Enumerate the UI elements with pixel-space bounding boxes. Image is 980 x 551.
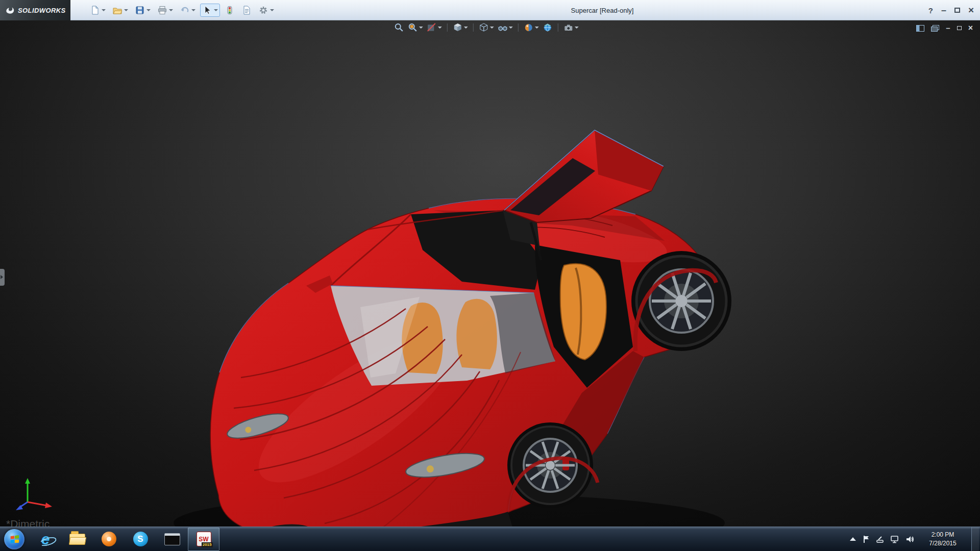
scene-globe-icon xyxy=(543,22,553,33)
chevron-down-icon xyxy=(490,27,494,29)
tile-window-icon[interactable] xyxy=(916,25,924,32)
chevron-down-icon xyxy=(102,9,106,11)
save-icon xyxy=(135,5,145,15)
view-orientation-label: *Dimetric xyxy=(6,518,50,527)
taskbar-item-internet-explorer[interactable]: e xyxy=(30,528,61,551)
input-pen-icon[interactable] xyxy=(876,535,884,543)
zoom-to-area-button[interactable] xyxy=(408,22,423,33)
solidworks-version-badge: 2015 xyxy=(202,542,213,547)
panel-collapse-arrow[interactable] xyxy=(0,269,5,286)
appearance-ball-icon xyxy=(524,22,534,33)
undo-icon xyxy=(180,5,190,15)
tray-expand-icon[interactable] xyxy=(849,537,856,542)
cascade-window-icon[interactable] xyxy=(931,25,939,32)
help-button[interactable]: ? xyxy=(928,6,933,15)
edit-appearance-button[interactable] xyxy=(524,22,539,33)
doc-close-button[interactable]: × xyxy=(968,23,973,33)
graphics-area[interactable]: – × *Dimetric xyxy=(0,20,980,527)
doc-restore-button[interactable] xyxy=(957,26,962,30)
command-prompt-icon xyxy=(164,533,180,545)
view-settings-button[interactable] xyxy=(564,22,579,33)
start-button[interactable] xyxy=(4,529,24,549)
skype-icon: S xyxy=(133,532,148,546)
select-tool-button[interactable] xyxy=(200,4,220,17)
chevron-down-icon xyxy=(575,27,579,29)
options-button[interactable] xyxy=(256,4,276,17)
doc-minimize-button[interactable]: – xyxy=(946,26,950,30)
section-view-button[interactable] xyxy=(427,22,442,33)
chevron-down-icon xyxy=(509,27,513,29)
rebuild-icon xyxy=(225,5,235,15)
zoom-to-fit-icon xyxy=(394,22,404,33)
solidworks-window: SOLIDWORKS xyxy=(0,0,980,551)
clock[interactable]: 2:00 PM 7/28/2015 xyxy=(920,531,965,547)
front-wheel xyxy=(507,422,593,508)
chevron-down-icon xyxy=(191,9,195,11)
toolbar-separator xyxy=(473,23,474,32)
options-gear-icon xyxy=(258,5,268,15)
toolbar-separator xyxy=(447,23,448,32)
view-orientation-button[interactable] xyxy=(453,22,468,33)
volume-icon[interactable] xyxy=(905,535,914,543)
camera-icon xyxy=(564,22,574,33)
toolbar-separator xyxy=(558,23,558,32)
display-style-button[interactable] xyxy=(479,22,494,33)
close-button[interactable]: × xyxy=(968,5,974,16)
chevron-down-icon xyxy=(270,9,274,11)
chevron-down-icon xyxy=(535,27,539,29)
print-icon xyxy=(157,5,167,15)
chevron-down-icon xyxy=(438,27,442,29)
solidworks-logo-mark xyxy=(5,5,15,15)
windows-flag-icon xyxy=(10,535,18,543)
taskbar-apps: e S SW 2015 xyxy=(30,527,219,551)
display-style-icon xyxy=(479,22,489,33)
taskbar-item-media-app[interactable] xyxy=(93,528,125,551)
clock-time: 2:00 PM xyxy=(920,531,965,539)
glasses-icon xyxy=(498,22,508,33)
titlebar: SOLIDWORKS xyxy=(0,0,980,20)
open-folder-icon xyxy=(112,5,122,15)
section-view-icon xyxy=(427,22,437,33)
file-properties-button[interactable] xyxy=(239,4,254,17)
orientation-triad xyxy=(14,477,60,513)
print-button[interactable] xyxy=(155,4,175,17)
taskbar-item-skype[interactable]: S xyxy=(125,528,156,551)
hide-show-items-button[interactable] xyxy=(498,22,513,33)
chevron-down-icon xyxy=(464,27,468,29)
rebuild-button[interactable] xyxy=(223,4,237,17)
internet-explorer-icon: e xyxy=(41,532,50,546)
window-controls: ? – × xyxy=(928,0,974,20)
media-app-icon xyxy=(102,532,116,546)
zoom-to-area-icon xyxy=(408,22,418,33)
view-orientation-cube-icon xyxy=(453,22,463,33)
minimize-button[interactable]: – xyxy=(941,8,946,13)
undo-button[interactable] xyxy=(178,4,198,17)
app-name-label: SOLIDWORKS xyxy=(18,7,66,14)
network-icon[interactable] xyxy=(890,535,899,543)
solidworks-icon-letters: SW xyxy=(199,536,208,543)
apply-scene-button[interactable] xyxy=(543,22,553,33)
zoom-to-fit-button[interactable] xyxy=(394,22,404,33)
action-center-flag-icon[interactable] xyxy=(863,535,870,543)
save-button[interactable] xyxy=(133,4,153,17)
show-desktop-button[interactable] xyxy=(971,527,979,551)
taskbar-item-command-prompt[interactable] xyxy=(156,528,188,551)
scissor-door xyxy=(504,130,664,222)
taskbar: e S SW 2015 xyxy=(0,527,980,551)
chevron-down-icon xyxy=(419,27,423,29)
taskbar-item-windows-explorer[interactable] xyxy=(61,528,93,551)
system-tray: 2:00 PM 7/28/2015 xyxy=(849,527,980,551)
open-button[interactable] xyxy=(110,4,130,17)
chevron-down-icon xyxy=(124,9,128,11)
taskbar-item-solidworks[interactable]: SW 2015 xyxy=(188,528,219,551)
solidworks-logo: SOLIDWORKS xyxy=(0,0,70,20)
document-window-controls: – × xyxy=(916,23,973,33)
file-properties-icon xyxy=(241,5,252,15)
toolbar-separator xyxy=(518,23,519,32)
select-cursor-icon xyxy=(202,5,212,15)
maximize-button[interactable] xyxy=(954,8,960,13)
new-document-button[interactable] xyxy=(88,4,108,17)
new-document-icon xyxy=(90,5,100,15)
clock-date: 7/28/2015 xyxy=(920,539,965,547)
chevron-down-icon xyxy=(214,9,218,11)
